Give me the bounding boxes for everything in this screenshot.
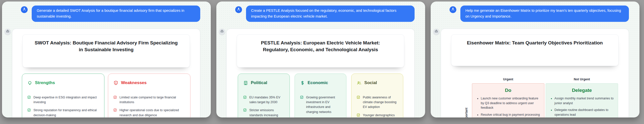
shield-alert-icon [113, 80, 118, 86]
weaknesses-card: Weaknesses Limited scale compared to lar… [108, 74, 190, 117]
check-square-icon [356, 113, 360, 117]
section-label: Weaknesses [121, 80, 147, 85]
column-header-urgent: Urgent [472, 78, 544, 81]
list-item: Stricter emissions standards increasing … [243, 108, 285, 117]
column-header-not-urgent: Not Urgent [546, 78, 618, 81]
analysis-title: SWOT Analysis: Boutique Financial Adviso… [34, 40, 179, 53]
social-card: Social Public awareness of climate chang… [351, 74, 403, 117]
user-message-bubble: Generate a detailed SWOT Analysis for a … [32, 6, 200, 22]
dollar-icon [300, 80, 305, 86]
list-item: Higher operational costs due to speciali… [113, 108, 185, 117]
matrix-column-headers: Urgent Not Urgent [462, 78, 618, 81]
section-label: Strengths [35, 80, 55, 85]
pestle-grid: Political EU mandates 35% EV sales targe… [238, 74, 403, 117]
list-item: Assign monthly market trend summaries to… [554, 96, 614, 105]
analysis-title: Eisenhower Matrix: Team Quarterly Object… [462, 40, 607, 46]
user-message-row: Help me generate an Eisenhower Matrix to… [433, 6, 636, 22]
canvas: Generate a detailed SWOT Analysis for a … [0, 0, 644, 124]
list-item: Strong reputation for transparency and e… [27, 108, 99, 117]
analysis-title-card: PESTLE Analysis: European Electric Vehic… [237, 34, 404, 68]
assistant-avatar [5, 29, 11, 35]
robot-icon [434, 29, 438, 34]
eisenhower-matrix: Urgent Not Urgent Important Do Launch ne… [462, 78, 618, 117]
row-label-important: Important [465, 108, 468, 117]
chat-panel-eisenhower[interactable]: Help me generate an Eisenhower Matrix to… [431, 2, 639, 117]
check-square-icon [27, 108, 31, 112]
quadrant-title: Delegate [550, 88, 614, 93]
check-square-icon [113, 95, 117, 99]
person-icon [236, 7, 241, 13]
check-square-icon [27, 95, 31, 99]
list-item: Growing government investment in EV infr… [300, 95, 341, 114]
robot-icon [6, 29, 10, 34]
strengths-card: Strengths Deep expertise in ESG integrat… [22, 74, 104, 117]
robot-icon [220, 29, 224, 34]
assistant-avatar [433, 29, 439, 35]
analysis-title-card: SWOT Analysis: Boutique Financial Adviso… [22, 34, 190, 68]
assistant-response-card: PESTLE Analysis: European Electric Vehic… [226, 29, 415, 117]
assistant-avatar [219, 29, 225, 35]
assistant-message-row: Eisenhower Matrix: Team Quarterly Object… [433, 29, 636, 117]
user-message-bubble: Help me generate an Eisenhower Matrix to… [460, 6, 629, 22]
list-item: EU mandates 35% EV sales target by 2030 [243, 95, 285, 105]
person-icon [22, 7, 27, 13]
people-icon [356, 80, 362, 86]
list-item: Deep expertise in ESG integration and im… [27, 95, 99, 105]
check-square-icon [243, 95, 247, 99]
check-square-icon [113, 108, 117, 112]
check-square-icon [300, 95, 304, 99]
list-item: Launch new customer onboarding feature b… [481, 96, 540, 110]
building-icon [243, 80, 248, 86]
check-square-icon [356, 95, 360, 99]
economic-card: Economic Growing government investment i… [295, 74, 347, 117]
swot-grid: Strengths Deep expertise in ESG integrat… [22, 74, 190, 117]
analysis-title: PESTLE Analysis: European Electric Vehic… [248, 40, 393, 53]
list-item: Public awareness of climate change boost… [356, 95, 398, 110]
assistant-message-row: PESTLE Analysis: European Electric Vehic… [219, 29, 422, 117]
list-item: Resolve critical bug in payment processi… [481, 112, 540, 117]
quadrant-delegate: Delegate Assign monthly market trend sum… [546, 83, 618, 117]
analysis-title-card: Eisenhower Matrix: Team Quarterly Object… [451, 34, 619, 66]
assistant-response-card: SWOT Analysis: Boutique Financial Adviso… [12, 29, 200, 117]
quadrant-list: Assign monthly market trend summaries to… [550, 96, 614, 117]
chat-panel-swot[interactable]: Generate a detailed SWOT Analysis for a … [2, 2, 211, 117]
list-item: Younger demographics favoring eco-friend… [356, 113, 398, 117]
user-avatar [235, 6, 242, 13]
check-square-icon [243, 108, 247, 112]
user-avatar [450, 6, 456, 13]
quadrant-do: Do Launch new customer onboarding featur… [472, 83, 544, 117]
section-label: Political [251, 80, 267, 85]
chat-panel-pestle[interactable]: Create a PESTLE Analysis focused on the … [216, 2, 425, 117]
list-item: Delegate routine dashboard updates to op… [554, 108, 614, 117]
person-icon [451, 7, 455, 13]
user-message-row: Generate a detailed SWOT Analysis for a … [5, 6, 207, 22]
section-label: Economic [308, 80, 328, 85]
assistant-message-row: SWOT Analysis: Boutique Financial Adviso… [5, 29, 207, 117]
matrix-body: Important Do Launch new customer onboard… [462, 83, 618, 117]
quadrant-title: Do [476, 88, 540, 93]
quadrant-list: Launch new customer onboarding feature b… [476, 96, 540, 117]
user-avatar [21, 6, 28, 13]
list-item: Limited scale compared to large financia… [113, 95, 185, 105]
section-label: Social [364, 80, 377, 85]
user-message-bubble: Create a PESTLE Analysis focused on the … [246, 6, 415, 22]
political-card: Political EU mandates 35% EV sales targe… [238, 74, 290, 117]
lightbulb-icon [27, 80, 32, 86]
assistant-response-card: Eisenhower Matrix: Team Quarterly Object… [441, 29, 629, 117]
user-message-row: Create a PESTLE Analysis focused on the … [219, 6, 422, 22]
